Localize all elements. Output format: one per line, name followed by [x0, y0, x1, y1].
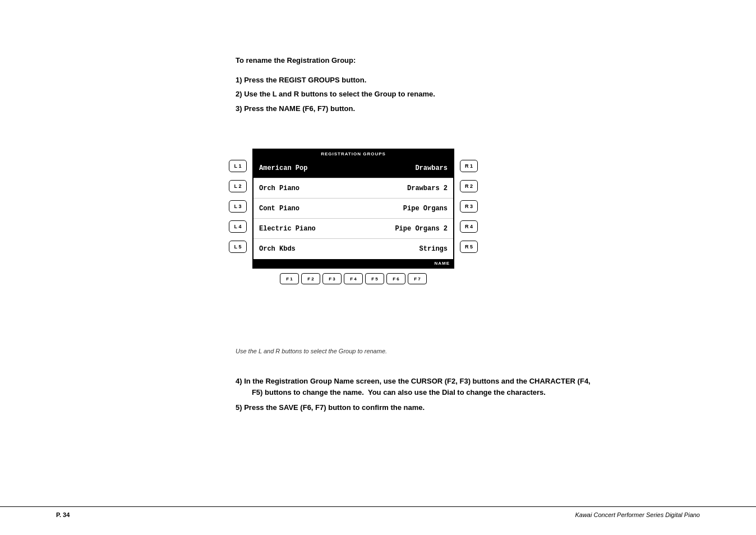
intro-title: To rename the Registration Group: — [236, 56, 435, 64]
screen: REGISTRATION GROUPS American Pop Drawbar… — [252, 149, 454, 269]
screen-row-5: Orch Kbds Strings — [253, 239, 453, 259]
screen-row-2: Orch Piano Drawbars 2 — [253, 178, 453, 199]
page-footer: P. 34 Kawai Concert Performer Series Dig… — [0, 506, 756, 518]
screen-row-4: Electric Piano Pipe Organs 2 — [253, 219, 453, 239]
row-1-right: Drawbars — [382, 164, 450, 172]
f-btn-5[interactable]: F 5 — [365, 273, 384, 284]
row-2-right: Drawbars 2 — [382, 185, 450, 192]
left-buttons: L 1 L 2 L 3 L 4 L 5 — [229, 160, 247, 253]
step-3: 3) Press the NAME (F6, F7) button. — [236, 102, 435, 115]
left-btn-2[interactable]: L 2 — [229, 180, 247, 192]
right-btn-2[interactable]: R 2 — [460, 180, 478, 192]
display-diagram: L 1 L 2 L 3 L 4 L 5 R 1 R 2 R 3 R 4 R 5 … — [252, 149, 454, 284]
f-btn-7[interactable]: F 7 — [408, 273, 427, 284]
right-buttons: R 1 R 2 R 3 R 4 R 5 — [460, 160, 478, 253]
display-outer: L 1 L 2 L 3 L 4 L 5 R 1 R 2 R 3 R 4 R 5 … — [252, 149, 454, 284]
right-btn-3[interactable]: R 3 — [460, 200, 478, 213]
f-btn-2[interactable]: F 2 — [301, 273, 320, 284]
row-4-right: Pipe Organs 2 — [382, 225, 450, 233]
row-2-left: Orch Piano — [257, 185, 382, 192]
right-btn-5[interactable]: R 5 — [460, 241, 478, 253]
lower-step-4: 4) In the Registration Group Name screen… — [236, 376, 591, 398]
step-2: 2) Use the L and R buttons to select the… — [236, 87, 435, 100]
step-1: 1) Press the REGIST GROUPS button. — [236, 73, 435, 86]
row-3-left: Cont Piano — [257, 205, 382, 213]
screen-rows: American Pop Drawbars Orch Piano Drawbar… — [253, 158, 453, 259]
row-5-right: Strings — [382, 245, 450, 253]
screen-row-3: Cont Piano Pipe Organs — [253, 199, 453, 219]
right-btn-1[interactable]: R 1 — [460, 160, 478, 172]
caption: Use the L and R buttons to select the Gr… — [236, 348, 387, 354]
left-btn-4[interactable]: L 4 — [229, 220, 247, 233]
intro-section: To rename the Registration Group: 1) Pre… — [236, 56, 435, 116]
right-btn-4[interactable]: R 4 — [460, 220, 478, 233]
page: To rename the Registration Group: 1) Pre… — [0, 0, 756, 535]
row-4-left: Electric Piano — [257, 225, 382, 233]
steps-list: 1) Press the REGIST GROUPS button. 2) Us… — [236, 73, 435, 115]
row-1-left: American Pop — [257, 164, 382, 172]
lower-steps-list: 4) In the Registration Group Name screen… — [236, 376, 591, 413]
f-btn-1[interactable]: F 1 — [280, 273, 299, 284]
screen-header: REGISTRATION GROUPS — [253, 150, 453, 158]
screen-footer: NAME — [253, 259, 453, 268]
f-btn-3[interactable]: F 3 — [322, 273, 342, 284]
footer-title: Kawai Concert Performer Series Digital P… — [575, 511, 700, 518]
f-btn-4[interactable]: F 4 — [344, 273, 363, 284]
lower-steps: 4) In the Registration Group Name screen… — [236, 376, 591, 418]
left-btn-5[interactable]: L 5 — [229, 241, 247, 253]
screen-row-1: American Pop Drawbars — [253, 158, 453, 178]
footer-page-number: P. 34 — [56, 511, 70, 518]
screen-footer-label: NAME — [434, 261, 450, 266]
row-5-left: Orch Kbds — [257, 245, 382, 253]
row-3-right: Pipe Organs — [382, 205, 450, 213]
f-btn-6[interactable]: F 6 — [386, 273, 405, 284]
lower-step-5: 5) Press the SAVE (F6, F7) button to con… — [236, 402, 591, 413]
left-btn-1[interactable]: L 1 — [229, 160, 247, 172]
f-buttons-row: F 1 F 2 F 3 F 4 F 5 F 6 F 7 — [252, 273, 454, 284]
left-btn-3[interactable]: L 3 — [229, 200, 247, 213]
